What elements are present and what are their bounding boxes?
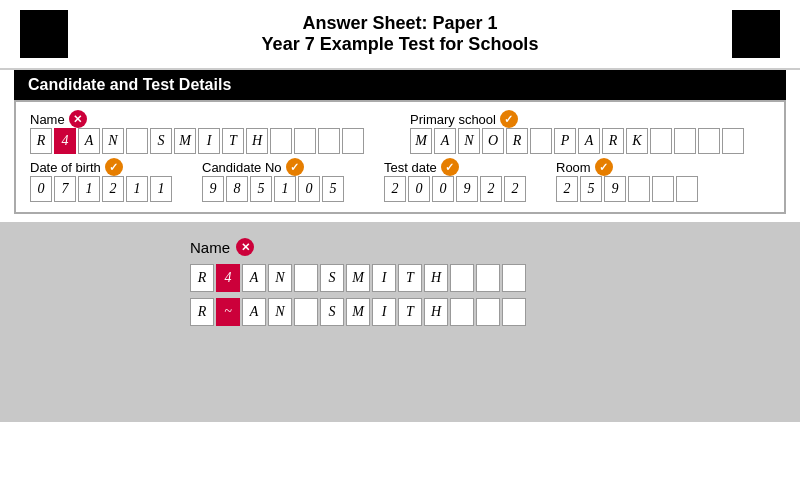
- dob-char-5: 1: [150, 176, 172, 202]
- candidate-char-boxes: 9 8 5 1 0 5: [202, 176, 344, 202]
- name-char-2: A: [78, 128, 100, 154]
- test-date-icon: ✓: [441, 158, 459, 176]
- room-char-4: [652, 176, 674, 202]
- dob-char-1: 7: [54, 176, 76, 202]
- br1-8: T: [398, 264, 422, 292]
- br1-1: 4: [216, 264, 240, 292]
- primary-char-0: M: [410, 128, 432, 154]
- dob-char-2: 1: [78, 176, 100, 202]
- candidate-char-5: 5: [322, 176, 344, 202]
- br2-5: S: [320, 298, 344, 326]
- br2-12: [502, 298, 526, 326]
- header: Answer Sheet: Paper 1 Year 7 Example Tes…: [0, 0, 800, 70]
- bottom-row2: R ~ A N S M I T H: [190, 298, 780, 326]
- dob-label-row: Date of birth ✓: [30, 158, 140, 176]
- br1-0: R: [190, 264, 214, 292]
- br2-2: A: [242, 298, 266, 326]
- dob-char-0: 0: [30, 176, 52, 202]
- room-char-5: [676, 176, 698, 202]
- br1-5: S: [320, 264, 344, 292]
- name-char-4: [126, 128, 148, 154]
- br2-8: T: [398, 298, 422, 326]
- name-char-11: [294, 128, 316, 154]
- primary-char-6: P: [554, 128, 576, 154]
- candidate-area: Name ✕ R 4 A N S M I T H: [14, 100, 786, 214]
- dob-icon: ✓: [105, 158, 123, 176]
- primary-char-5: [530, 128, 552, 154]
- room-char-1: 5: [580, 176, 602, 202]
- primary-char-7: A: [578, 128, 600, 154]
- room-char-boxes: 2 5 9: [556, 176, 698, 202]
- header-title: Answer Sheet: Paper 1 Year 7 Example Tes…: [68, 13, 732, 55]
- br1-4: [294, 264, 318, 292]
- room-icon: ✓: [595, 158, 613, 176]
- bottom-row1: R 4 A N S M I T H: [190, 264, 780, 292]
- primary-char-8: R: [602, 128, 624, 154]
- candidate-char-4: 0: [298, 176, 320, 202]
- page: Answer Sheet: Paper 1 Year 7 Example Tes…: [0, 0, 800, 500]
- candidate-char-2: 5: [250, 176, 272, 202]
- br1-12: [502, 264, 526, 292]
- name-char-13: [342, 128, 364, 154]
- header-black-box-left: [20, 10, 68, 58]
- br2-3: N: [268, 298, 292, 326]
- section-header: Candidate and Test Details: [14, 70, 786, 100]
- dob-char-3: 2: [102, 176, 124, 202]
- br2-9: H: [424, 298, 448, 326]
- bottom-name-label-row: Name ✕: [190, 238, 780, 256]
- room-label-row: Room ✓: [556, 158, 666, 176]
- name-char-5: S: [150, 128, 172, 154]
- primary-char-3: O: [482, 128, 504, 154]
- test-date-char-2: 0: [432, 176, 454, 202]
- br2-0: R: [190, 298, 214, 326]
- test-date-char-boxes: 2 0 0 9 2 2: [384, 176, 526, 202]
- primary-char-10: [650, 128, 672, 154]
- br1-6: M: [346, 264, 370, 292]
- name-char-9: H: [246, 128, 268, 154]
- title-line2: Year 7 Example Test for Schools: [68, 34, 732, 55]
- candidate-char-1: 8: [226, 176, 248, 202]
- br1-3: N: [268, 264, 292, 292]
- candidate-char-0: 9: [202, 176, 224, 202]
- name-char-10: [270, 128, 292, 154]
- primary-char-12: [698, 128, 720, 154]
- test-date-char-4: 2: [480, 176, 502, 202]
- room-char-3: [628, 176, 650, 202]
- primary-label-text: Primary school: [410, 112, 496, 127]
- br2-11: [476, 298, 500, 326]
- bottom-rows: R 4 A N S M I T H R ~ A N S: [190, 264, 780, 326]
- primary-char-13: [722, 128, 744, 154]
- br2-10: [450, 298, 474, 326]
- primary-char-9: K: [626, 128, 648, 154]
- title-line1: Answer Sheet: Paper 1: [68, 13, 732, 34]
- test-date-char-3: 9: [456, 176, 478, 202]
- name-icon: ✕: [69, 110, 87, 128]
- br2-6: M: [346, 298, 370, 326]
- name-char-6: M: [174, 128, 196, 154]
- candidate-label-text: Candidate No: [202, 160, 282, 175]
- name-label-row: Name ✕: [30, 110, 140, 128]
- header-black-box-right: [732, 10, 780, 58]
- primary-label-row: Primary school ✓: [410, 110, 560, 128]
- br1-7: I: [372, 264, 396, 292]
- room-char-0: 2: [556, 176, 578, 202]
- primary-icon: ✓: [500, 110, 518, 128]
- name-char-12: [318, 128, 340, 154]
- name-char-0: R: [30, 128, 52, 154]
- name-char-1: 4: [54, 128, 76, 154]
- br1-11: [476, 264, 500, 292]
- test-date-char-1: 0: [408, 176, 430, 202]
- primary-char-boxes: M A N O R P A R K: [410, 128, 744, 154]
- room-char-2: 9: [604, 176, 626, 202]
- name-char-7: I: [198, 128, 220, 154]
- br2-1: ~: [216, 298, 240, 326]
- primary-char-11: [674, 128, 696, 154]
- bottom-name-label-text: Name: [190, 239, 230, 256]
- name-label-text: Name: [30, 112, 65, 127]
- br2-4: [294, 298, 318, 326]
- br1-2: A: [242, 264, 266, 292]
- test-date-char-0: 2: [384, 176, 406, 202]
- dob-label-text: Date of birth: [30, 160, 101, 175]
- name-char-boxes: R 4 A N S M I T H: [30, 128, 364, 154]
- test-date-label-row: Test date ✓: [384, 158, 544, 176]
